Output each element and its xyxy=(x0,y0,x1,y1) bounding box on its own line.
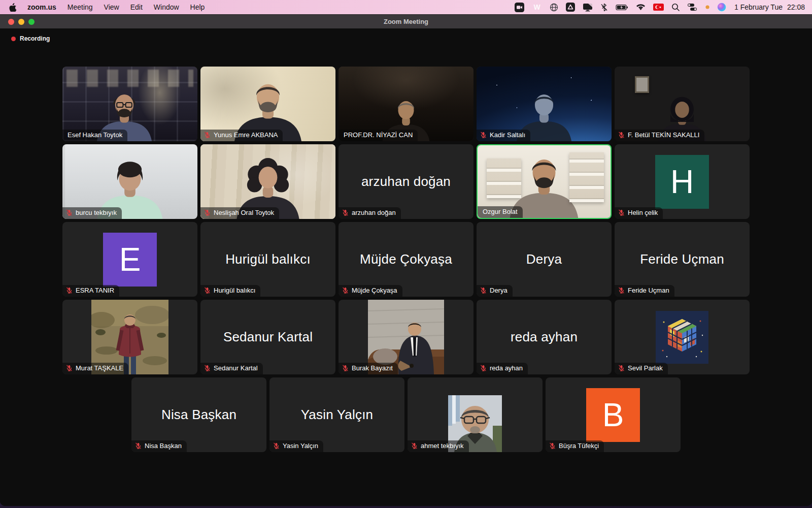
muted-mic-icon xyxy=(273,442,280,449)
participant-tile-3[interactable]: Kadir Saltalı xyxy=(477,67,612,141)
participant-name: PROF.DR. NİYAZİ CAN xyxy=(344,132,413,139)
avatar-letter: B xyxy=(586,388,640,442)
participant-name: Esef Hakan Toytok xyxy=(67,132,122,139)
participant-tile-23[interactable]: BBüşra Tüfekçi xyxy=(546,377,681,452)
participant-name-label: PROF.DR. NİYAZİ CAN xyxy=(339,130,418,141)
fullscreen-button[interactable] xyxy=(28,19,35,25)
participant-tile-17[interactable]: Burak Bayazıt xyxy=(339,300,473,374)
participant-tile-20[interactable]: Nisa BaşkanNisa Başkan xyxy=(131,377,266,452)
grid-row-5: Nisa BaşkanNisa BaşkanYasin YalçınYasin … xyxy=(131,377,681,452)
menu-view[interactable]: View xyxy=(98,0,125,14)
menu-help[interactable]: Help xyxy=(185,0,211,14)
participant-tile-16[interactable]: Sedanur KartalSedanur Kartal xyxy=(200,300,335,374)
muted-mic-icon xyxy=(66,365,73,371)
participant-name: Büşra Tüfekçi xyxy=(559,442,599,450)
participant-tile-12[interactable]: Müjde ÇokyaşaMüjde Çokyaşa xyxy=(339,222,473,297)
participant-name: Hurigül balıkcı xyxy=(214,287,255,294)
participant-name-label: burcu tekbıyık xyxy=(62,207,122,219)
shortcut-triangle-icon[interactable] xyxy=(566,3,575,12)
participant-tile-14[interactable]: Feride UçmanFeride Uçman xyxy=(615,222,750,297)
participant-name-label: Yasin Yalçın xyxy=(269,440,323,452)
menu-edit[interactable]: Edit xyxy=(125,0,148,14)
participant-name-label: Büşra Tüfekçi xyxy=(546,440,604,452)
muted-mic-icon xyxy=(204,132,211,138)
muted-mic-icon xyxy=(618,132,625,138)
participant-name-label: Feride Uçman xyxy=(615,285,674,297)
participant-tile-4[interactable]: F. Betül TEKİN SAKALLI xyxy=(615,67,750,141)
macos-screen: zoom.usMeetingViewEditWindowHelp W 1 Feb… xyxy=(0,0,812,508)
globe-icon[interactable] xyxy=(550,3,558,12)
bluetooth-off-icon[interactable] xyxy=(600,3,608,12)
avatar-letter: H xyxy=(655,155,709,209)
participant-tile-9[interactable]: HHelin çelik xyxy=(615,144,750,219)
spotlight-search-icon[interactable] xyxy=(671,3,680,12)
recording-label: Recording xyxy=(20,35,50,42)
participant-name: Burak Bayazıt xyxy=(352,365,393,372)
muted-mic-icon xyxy=(204,287,211,294)
participant-name-label: Yunus Emre AKBANA xyxy=(200,130,283,141)
participant-name-label: F. Betül TEKİN SAKALLI xyxy=(615,130,704,141)
muted-mic-icon xyxy=(480,287,487,294)
battery-charging-icon[interactable] xyxy=(616,4,628,11)
participant-tile-15[interactable]: Murat TAŞKALE xyxy=(62,300,197,374)
participant-name: Feride Uçman xyxy=(628,287,669,294)
participant-name-label: Burak Bayazıt xyxy=(339,363,398,374)
participant-name-label: Kadir Saltalı xyxy=(477,130,530,141)
wifi-icon[interactable] xyxy=(636,4,646,11)
recording-dot-icon xyxy=(11,37,16,41)
video-camera-icon[interactable] xyxy=(515,3,524,12)
menu-bar-status-area: W 1 February Tue 22:08 xyxy=(507,0,805,14)
muted-mic-icon xyxy=(342,287,349,294)
siri-icon[interactable] xyxy=(717,3,726,12)
participant-tile-6[interactable]: Neslişah Oral Toytok xyxy=(200,144,335,219)
participant-tile-1[interactable]: Yunus Emre AKBANA xyxy=(200,67,335,141)
participant-name-label: Sevil Parlak xyxy=(615,363,668,374)
participant-tile-5[interactable]: burcu tekbıyık xyxy=(62,144,197,219)
traffic-lights xyxy=(8,19,35,25)
participant-tile-2[interactable]: PROF.DR. NİYAZİ CAN xyxy=(339,67,473,141)
control-center-icon[interactable] xyxy=(688,4,698,11)
avatar-letter: E xyxy=(103,233,157,287)
menu-bar-clock[interactable]: 1 February Tue 22:08 xyxy=(734,3,805,11)
participant-tile-7[interactable]: arzuhan doğanarzuhan doğan xyxy=(339,144,473,219)
participant-name-label: Derya xyxy=(477,285,513,297)
window-title: Zoom Meeting xyxy=(0,18,812,25)
zoom-meeting-window: Zoom Meeting Recording Esef Hakan Toytok… xyxy=(0,14,812,506)
menu-window[interactable]: Window xyxy=(148,0,185,14)
input-source-turkish-flag-icon[interactable] xyxy=(653,4,664,11)
menu-meeting[interactable]: Meeting xyxy=(62,0,98,14)
participant-name: ahmet tekbıyık xyxy=(421,442,464,450)
participant-tile-13[interactable]: DeryaDerya xyxy=(477,222,612,297)
meeting-content: Recording Esef Hakan ToytokYunus Emre AK… xyxy=(0,28,812,506)
menu-zoom-us[interactable]: zoom.us xyxy=(22,0,62,14)
muted-mic-icon xyxy=(618,365,625,371)
participant-name-label: Ozgur Bolat xyxy=(478,206,523,218)
participant-tile-19[interactable]: Sevil Parlak xyxy=(615,300,750,374)
minimize-button[interactable] xyxy=(18,19,24,25)
apple-menu[interactable] xyxy=(6,3,22,12)
muted-mic-icon xyxy=(618,209,625,216)
participant-tile-8[interactable]: Ozgur Bolat xyxy=(477,144,612,219)
recording-indicator[interactable]: Recording xyxy=(11,35,50,42)
participant-name-label: Neslişah Oral Toytok xyxy=(200,207,279,219)
participant-tile-18[interactable]: reda ayhanreda ayhan xyxy=(477,300,612,374)
mic-in-use-dot[interactable] xyxy=(705,5,709,9)
window-title-bar[interactable]: Zoom Meeting xyxy=(0,14,812,28)
display-mirroring-icon[interactable] xyxy=(583,3,593,12)
grid-row-4: Murat TAŞKALESedanur KartalSedanur Karta… xyxy=(62,300,750,374)
participant-tile-21[interactable]: Yasin YalçınYasin Yalçın xyxy=(269,377,404,452)
muted-mic-icon xyxy=(342,365,349,371)
participant-name-label: Murat TAŞKALE xyxy=(62,363,128,374)
status-icons: W xyxy=(507,3,726,12)
participant-name: Sedanur Kartal xyxy=(214,365,258,372)
wave-w-icon[interactable]: W xyxy=(532,3,542,11)
participant-name: Murat TAŞKALE xyxy=(76,365,123,372)
participant-tile-10[interactable]: EESRA TANIR xyxy=(62,222,197,297)
clock-date: 1 February Tue xyxy=(734,3,783,11)
participant-tile-22[interactable]: ahmet tekbıyık xyxy=(408,377,543,452)
svg-text:W: W xyxy=(533,3,540,11)
close-button[interactable] xyxy=(8,19,14,25)
participant-tile-0[interactable]: Esef Hakan Toytok xyxy=(62,67,197,141)
participant-tile-11[interactable]: Hurigül balıkcıHurigül balıkcı xyxy=(200,222,335,297)
participant-name-label: ESRA TANIR xyxy=(62,285,119,297)
